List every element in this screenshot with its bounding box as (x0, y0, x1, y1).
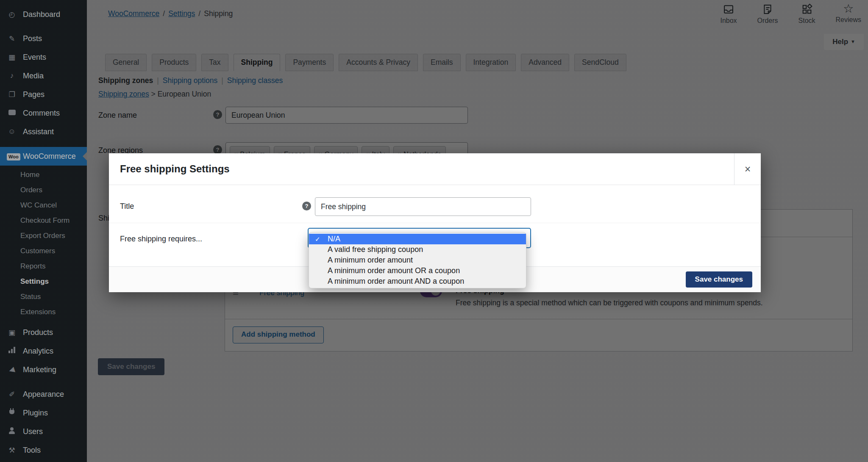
modal-title-help-icon[interactable]: ? (302, 202, 311, 210)
woocommerce-admin-page: ◴ Dashboard ✎ Posts ▦ Events ♪ Media ❐ P… (0, 0, 868, 462)
modal-title-field-label: Title (120, 202, 134, 211)
modal-title: Free shipping Settings (120, 153, 230, 185)
dropdown-option-label: A minimum order amount AND a coupon (328, 277, 464, 286)
modal-title-input[interactable] (315, 197, 531, 216)
checkmark-icon: ✓ (315, 235, 328, 243)
row-divider (109, 223, 761, 223)
close-icon: × (745, 163, 751, 175)
dropdown-option-label: A minimum order amount (328, 256, 413, 265)
save-changes-button[interactable]: Save changes (686, 271, 752, 288)
dropdown-option-na[interactable]: ✓ N/A (309, 234, 526, 244)
requires-select-dropdown: ✓ N/A A valid free shipping coupon A min… (309, 232, 526, 288)
dropdown-option-label: N/A (328, 235, 340, 243)
dropdown-option-label: A minimum order amount OR a coupon (328, 266, 460, 275)
dropdown-option-min-amount[interactable]: A minimum order amount (309, 255, 526, 266)
modal-header: Free shipping Settings × (109, 153, 761, 185)
dropdown-option-min-amount-or-coupon[interactable]: A minimum order amount OR a coupon (309, 266, 526, 276)
dropdown-option-min-amount-and-coupon[interactable]: A minimum order amount AND a coupon (309, 276, 526, 287)
requires-field-label: Free shipping requires... (120, 235, 202, 243)
dropdown-option-valid-coupon[interactable]: A valid free shipping coupon (309, 244, 526, 255)
dropdown-option-label: A valid free shipping coupon (328, 245, 423, 254)
close-button[interactable]: × (734, 153, 761, 185)
